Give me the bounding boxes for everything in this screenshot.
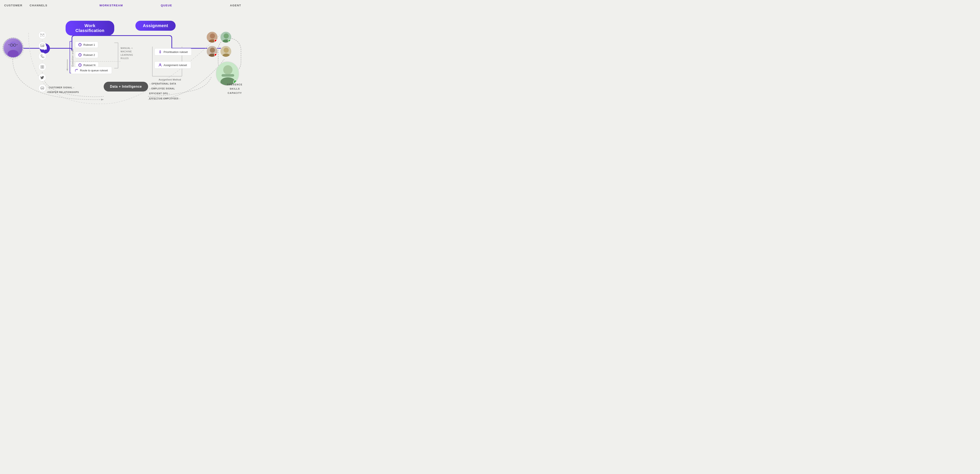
diagram-container: CUSTOMER CHANNELS WORKSTREAM QUEUE AGENT	[0, 0, 245, 119]
svg-line-43	[79, 54, 80, 55]
agent-avatar-1	[206, 31, 218, 43]
svg-rect-27	[41, 67, 42, 69]
svg-point-29	[41, 86, 44, 90]
execution-order-label: ↓Execution order	[72, 48, 74, 68]
svg-line-37	[80, 45, 81, 46]
twitter-channel-icon	[38, 74, 46, 81]
svg-point-61	[210, 48, 215, 53]
svg-line-53	[80, 65, 81, 66]
assignment-method-label: Assignment Method	[159, 78, 181, 81]
agent-avatar-3	[206, 46, 218, 57]
svg-line-45	[80, 55, 81, 56]
efficient-ops-label: EFFICIENT OPS→	[149, 93, 170, 95]
svg-point-57	[210, 34, 215, 38]
svg-rect-25	[41, 65, 42, 67]
svg-text:SMS: SMS	[41, 45, 44, 47]
svg-line-36	[80, 44, 81, 45]
agent-avatar-4	[220, 46, 232, 57]
presence-skills-capacity-text: PRESENCE SKILLS CAPACITY	[227, 83, 242, 95]
effective-employees-label: EFFECTIVE EMPLOYEES→	[149, 97, 181, 100]
ml-rules-text: MANUAL + MACHINE LEARNING RULES	[121, 46, 133, 60]
sms-channel-icon: SMS	[38, 42, 46, 49]
svg-line-44	[80, 54, 81, 55]
svg-line-52	[80, 64, 81, 65]
messenger-channel-icon	[38, 84, 46, 92]
customer-signal-label: CUSTOMER SIGNAL→	[49, 86, 75, 89]
svg-line-35	[79, 44, 80, 45]
ruleset-2-box: Ruleset 2	[75, 52, 98, 58]
svg-point-16	[8, 50, 19, 57]
svg-point-56	[160, 64, 161, 65]
widget-channel-icon	[38, 63, 46, 71]
phone-channel-icon	[38, 53, 46, 60]
svg-point-59	[224, 34, 229, 38]
ruleset-1-box: Ruleset 1	[75, 41, 98, 48]
deeper-relationships-label: ↗DEEPER RELATIONSHIPS	[46, 91, 79, 93]
svg-rect-26	[43, 65, 44, 67]
employee-signal-label: ←EMPLOYEE SIGNAL	[149, 88, 175, 90]
svg-line-51	[79, 64, 80, 65]
svg-point-63	[224, 48, 229, 53]
svg-rect-21	[16, 45, 18, 45]
operational-data-label: ←OPERATIONAL DATA	[149, 83, 176, 85]
customer-avatar	[3, 38, 23, 58]
assignment-ruleset-box: Assignment ruleset	[154, 61, 191, 69]
svg-rect-28	[43, 67, 44, 69]
data-intelligence-badge: Data + Intelligence	[104, 82, 148, 91]
svg-rect-20	[8, 45, 10, 45]
route-to-queue-box: Route to queue ruleset	[71, 67, 112, 74]
email-channel-icon	[38, 31, 46, 39]
svg-point-65	[223, 65, 232, 75]
main-agent-avatar	[216, 61, 239, 86]
assignment-badge: Assignment	[135, 21, 176, 31]
agent-avatar-2	[220, 31, 232, 43]
svg-rect-66	[221, 74, 234, 77]
work-classification-badge: Work Classification	[65, 21, 114, 35]
prioritisation-ruleset-box: Prioritisation ruleset	[154, 48, 192, 56]
